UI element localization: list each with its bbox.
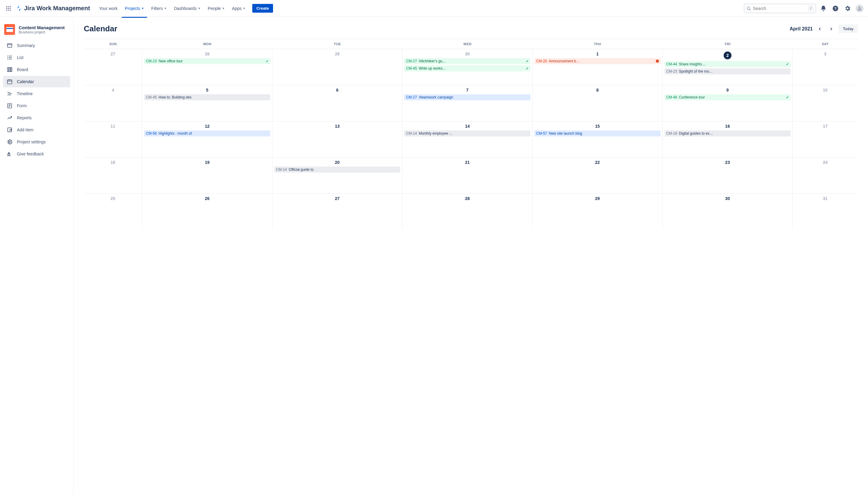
calendar-day[interactable]: 30 [663,194,793,230]
day-number: 19 [144,160,270,165]
calendar-event[interactable]: CM-44Share insights…✓ [665,61,791,67]
create-button[interactable]: Create [252,4,273,13]
next-month-button[interactable] [827,25,835,33]
calendar-day[interactable]: 30CM-27Hitchhiker's gu…✓CM-45Write up wo… [402,49,533,85]
prev-month-button[interactable] [816,25,824,33]
calendar-event[interactable]: CM-57New site launch blog [534,130,661,136]
day-number: 11 [86,124,140,129]
event-key: CM-56 [146,131,157,136]
calendar-event[interactable]: CM-23New office tour✓ [144,58,270,64]
calendar-day[interactable]: 27 [273,194,403,230]
check-icon: ✓ [266,59,269,63]
calendar-day[interactable]: 1CM-20Announcement b…! [533,49,663,85]
nav-item-dashboards[interactable]: Dashboards▼ [171,4,203,13]
event-title: How to: Building des [159,95,269,99]
calendar-event[interactable]: CM-48Conference tour✓ [665,94,791,100]
calendar-event[interactable]: CM-18Digital guides to ex… [665,130,791,136]
calendar-week: 2728CM-23New office tour✓2930CM-27Hitchh… [84,49,858,85]
calendar-day[interactable]: 25 [84,194,142,230]
nav-item-projects[interactable]: Projects▼ [122,4,147,13]
svg-rect-25 [7,80,12,84]
calendar-day[interactable]: 4 [84,85,142,121]
sidebar-item-project-settings[interactable]: Project settings [3,136,70,148]
product-logo[interactable]: Jira Work Management [16,5,90,12]
calendar-day[interactable]: 12CM-56Highlights - month of [142,121,273,157]
calendar-event[interactable]: CM-14Official guide to [274,167,401,173]
profile-avatar[interactable] [855,4,864,13]
sidebar-item-list[interactable]: List [3,52,70,63]
check-icon: ✓ [786,95,789,99]
calendar-day[interactable]: 17 [793,121,858,157]
calendar-event[interactable]: CM-45How to: Building des [144,94,270,100]
sidebar-item-give-feedback[interactable]: Give feedback [3,148,70,160]
nav-item-your-work[interactable]: Your work [96,4,121,13]
settings-icon[interactable] [843,4,852,13]
calendar-event[interactable]: CM-27#teamwork campaign [404,94,531,100]
sidebar-item-timeline[interactable]: Timeline [3,88,70,99]
calendar-day[interactable]: 22 [533,157,663,193]
calendar-day[interactable]: 6 [273,85,403,121]
calendar-day[interactable]: 26 [142,194,273,230]
calendar-day[interactable]: 29 [273,49,403,85]
calendar-day[interactable]: 10 [793,85,858,121]
sidebar-item-form[interactable]: Form [3,100,70,111]
calendar-event[interactable]: CM-20Announcement b…! [534,58,661,64]
calendar-day[interactable]: 11 [84,121,142,157]
today-button[interactable]: Today [838,24,858,33]
sidebar-item-summary[interactable]: Summary [3,40,70,51]
search-box[interactable]: / [744,4,816,13]
help-icon[interactable]: ? [831,4,840,13]
dow-label: TUE [273,39,403,49]
sidebar-item-label: Board [17,67,28,72]
calendar-day[interactable]: 28CM-23New office tour✓ [142,49,273,85]
calendar-day[interactable]: 20CM-14Official guide to [273,157,403,193]
project-header[interactable]: Content Management Business project [3,23,70,40]
calendar-weeks: 2728CM-23New office tour✓2930CM-27Hitchh… [84,49,858,230]
calendar-day[interactable]: 19 [142,157,273,193]
sidebar-item-board[interactable]: Board [3,64,70,75]
calendar-day[interactable]: 24 [793,157,858,193]
calendar-day[interactable]: 15CM-57New site launch blog [533,121,663,157]
calendar-day[interactable]: 16CM-18Digital guides to ex… [663,121,793,157]
nav-item-apps[interactable]: Apps▼ [229,4,248,13]
event-title: Official guide to [289,168,399,172]
calendar-event[interactable]: CM-45Write up works…✓ [404,65,531,71]
app-switcher-icon[interactable] [4,4,13,13]
calendar-event[interactable]: CM-27Hitchhiker's gu…✓ [404,58,531,64]
notifications-icon[interactable] [818,4,828,13]
event-title: New office tour [159,59,264,63]
calendar-day[interactable]: 2CM-44Share insights…✓CM-23Spotlight of … [663,49,793,85]
event-key: CM-27 [406,59,417,63]
alert-icon: ! [656,60,659,63]
calendar-day[interactable]: 27 [84,49,142,85]
calendar-day[interactable]: 13 [273,121,403,157]
dow-label: WED [402,39,533,49]
sidebar-item-reports[interactable]: Reports [3,112,70,124]
calendar-day[interactable]: 3 [793,49,858,85]
day-number: 27 [86,52,140,56]
calendar-day[interactable]: 29 [533,194,663,230]
calendar-day[interactable]: 28 [402,194,533,230]
sidebar-item-add-item[interactable]: Add item [3,124,70,136]
calendar-day[interactable]: 14CM-14Monthly employee … [402,121,533,157]
nav-item-people[interactable]: People▼ [205,4,228,13]
calendar-day[interactable]: 9CM-48Conference tour✓ [663,85,793,121]
calendar-day[interactable]: 31 [793,194,858,230]
svg-point-13 [858,7,861,9]
calendar-day[interactable]: 5CM-45How to: Building des [142,85,273,121]
calendar-day[interactable]: 18 [84,157,142,193]
calendar-day[interactable]: 21 [402,157,533,193]
nav-item-filters[interactable]: Filters▼ [148,4,170,13]
sidebar-item-calendar[interactable]: Calendar [3,76,70,87]
calendar-event[interactable]: CM-56Highlights - month of [144,130,270,136]
calendar-day[interactable]: 7CM-27#teamwork campaign [402,85,533,121]
event-key: CM-44 [666,62,677,66]
day-number: 4 [86,88,140,93]
chevron-down-icon: ▼ [222,7,225,10]
calendar-day[interactable]: 8 [533,85,663,121]
svg-rect-23 [9,68,10,71]
calendar-event[interactable]: CM-23Spotlight of the mo… [665,69,791,74]
search-input[interactable] [753,6,806,11]
calendar-event[interactable]: CM-14Monthly employee … [404,130,531,136]
calendar-day[interactable]: 23 [663,157,793,193]
